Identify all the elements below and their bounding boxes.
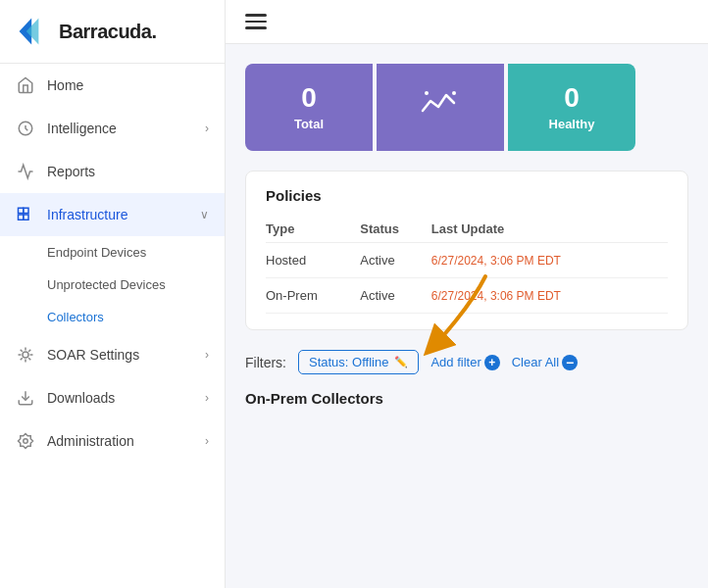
filters-row: Filters: Status: Offline ✏️ Add filter +… (245, 350, 688, 374)
policies-table: Type Status Last Update Hosted Active 6/… (266, 216, 668, 314)
hamburger-menu-button[interactable] (245, 14, 267, 29)
intelligence-icon (16, 119, 35, 138)
sidebar-item-endpoint-devices[interactable]: Endpoint Devices (0, 236, 225, 269)
chevron-right-icon-admin: › (205, 434, 209, 448)
clear-all-label: Clear All (512, 355, 559, 369)
svg-rect-3 (19, 208, 24, 213)
soar-icon (16, 345, 35, 365)
sidebar-item-soar-settings[interactable]: SOAR Settings › (0, 333, 225, 376)
total-stat-card: 0 Total (245, 64, 373, 152)
policies-col-status: Status (360, 216, 431, 243)
chevron-right-icon: › (205, 122, 209, 135)
chart-sparkline-icon (421, 89, 460, 125)
healthy-stat-value: 0 (564, 83, 580, 114)
home-icon (16, 75, 35, 95)
infrastructure-icon (16, 205, 35, 224)
policy-update-hosted: 6/27/2024, 3:06 PM EDT (431, 243, 668, 278)
stats-row: 0 Total 0 Healthy (245, 64, 688, 152)
svg-rect-6 (24, 215, 28, 220)
topbar (226, 0, 708, 44)
policies-col-type: Type (266, 216, 360, 243)
sidebar: Barracuda. Home Intelligence › Report (0, 0, 226, 588)
sidebar-item-intelligence[interactable]: Intelligence › (0, 107, 225, 150)
sidebar-item-reports-label: Reports (47, 164, 209, 179)
svg-point-11 (452, 91, 456, 95)
sidebar-item-collectors[interactable]: Collectors (0, 301, 225, 333)
chevron-down-icon: ∨ (200, 208, 209, 221)
content-area: 0 Total 0 Healthy Policies (226, 44, 708, 589)
policies-col-last-update: Last Update (431, 216, 668, 243)
policy-type-hosted: Hosted (266, 243, 360, 278)
hamburger-line-2 (245, 21, 267, 24)
chevron-right-icon-soar: › (205, 348, 209, 362)
total-stat-label: Total (294, 117, 324, 131)
healthy-stat-card: 0 Healthy (508, 64, 635, 152)
filters-label: Filters: (245, 355, 286, 370)
sidebar-item-home[interactable]: Home (0, 64, 225, 107)
add-filter-label: Add filter (430, 355, 480, 369)
logo-area: Barracuda. (0, 0, 225, 64)
svg-point-9 (24, 439, 28, 444)
sidebar-item-infrastructure-label: Infrastructure (47, 207, 200, 222)
sidebar-item-downloads-label: Downloads (47, 390, 205, 406)
svg-rect-5 (19, 215, 24, 220)
reports-icon (16, 162, 35, 181)
sidebar-item-unprotected-devices[interactable]: Unprotected Devices (0, 269, 225, 301)
administration-icon (16, 431, 35, 451)
main-content: 0 Total 0 Healthy Policies (226, 0, 708, 588)
add-filter-button[interactable]: Add filter + (430, 355, 499, 370)
filter-value: Status: Offline (309, 355, 388, 369)
policies-card: Policies Type Status Last Update Hosted … (245, 171, 688, 330)
sidebar-item-administration[interactable]: Administration › (0, 419, 225, 463)
hamburger-line-3 (245, 26, 267, 29)
minus-icon: − (562, 355, 578, 370)
downloads-icon (16, 388, 35, 408)
status-filter-badge[interactable]: Status: Offline ✏️ (298, 350, 419, 374)
table-row: Hosted Active 6/27/2024, 3:06 PM EDT (266, 243, 668, 278)
svg-point-10 (425, 91, 429, 95)
sidebar-item-endpoint-devices-label: Endpoint Devices (47, 245, 146, 260)
chevron-right-icon-downloads: › (205, 391, 209, 405)
sidebar-item-unprotected-devices-label: Unprotected Devices (47, 277, 166, 292)
filters-area-wrapper: Filters: Status: Offline ✏️ Add filter +… (245, 350, 688, 374)
sidebar-item-soar-settings-label: SOAR Settings (47, 347, 205, 363)
svg-point-7 (23, 352, 28, 358)
sidebar-item-infrastructure[interactable]: Infrastructure ∨ (0, 193, 225, 236)
sidebar-item-intelligence-label: Intelligence (47, 121, 205, 136)
clear-all-button[interactable]: Clear All − (512, 355, 578, 370)
policy-type-onprem: On-Prem (266, 278, 360, 314)
table-row: On-Prem Active 6/27/2024, 3:06 PM EDT (266, 278, 668, 314)
hamburger-line-1 (245, 14, 267, 17)
healthy-stat-label: Healthy (549, 117, 595, 131)
logo-text: Barracuda. (59, 21, 157, 43)
on-prem-collectors-title: On-Prem Collectors (245, 390, 688, 407)
policy-status-onprem: Active (360, 278, 431, 314)
policy-status-hosted: Active (360, 243, 431, 278)
svg-rect-4 (24, 208, 28, 213)
sidebar-item-administration-label: Administration (47, 433, 205, 449)
sidebar-item-collectors-label: Collectors (47, 310, 104, 324)
chart-icon-card (377, 64, 504, 152)
total-stat-value: 0 (301, 83, 317, 114)
sidebar-item-reports[interactable]: Reports (0, 150, 225, 193)
policy-update-onprem: 6/27/2024, 3:06 PM EDT (431, 278, 668, 314)
plus-icon: + (484, 355, 500, 370)
sidebar-item-home-label: Home (47, 77, 209, 93)
edit-icon: ✏️ (394, 356, 408, 368)
barracuda-logo-icon (16, 14, 51, 49)
sidebar-item-downloads[interactable]: Downloads › (0, 376, 225, 419)
policies-title: Policies (266, 187, 668, 204)
